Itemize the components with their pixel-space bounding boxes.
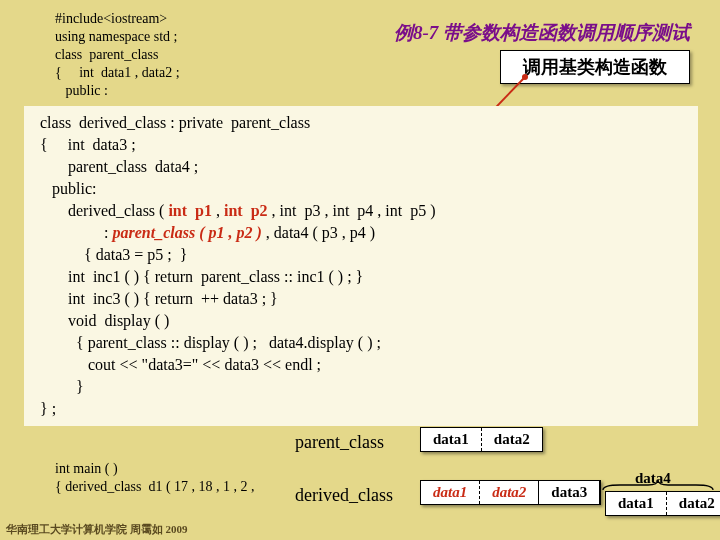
- code-line: class derived_class : private parent_cla…: [40, 112, 682, 134]
- callout-box: 调用基类构造函数: [500, 50, 690, 84]
- code-line: public :: [55, 82, 180, 100]
- cell: data2: [482, 428, 542, 451]
- code-line: { parent_class :: display ( ) ; data4.di…: [40, 332, 682, 354]
- label-data4: data4: [635, 470, 671, 487]
- code-line: { int data3 ;: [40, 134, 682, 156]
- code-line: int inc3 ( ) { return ++ data3 ; }: [40, 288, 682, 310]
- cell: data2: [667, 492, 720, 515]
- top-code-block: #include<iostream> using namespace std ;…: [55, 10, 180, 100]
- code-line: { data3 = p5 ; }: [40, 244, 682, 266]
- slide-title: 例8-7 带参数构造函数调用顺序测试: [394, 20, 690, 46]
- code-line: { derived_class d1 ( 17 , 18 , 1 , 2 ,: [55, 478, 255, 496]
- callout-text: 调用基类构造函数: [523, 57, 667, 77]
- label-parent-class: parent_class: [295, 432, 384, 453]
- memory-table-parent: data1 data2: [420, 427, 543, 452]
- code-line: void display ( ): [40, 310, 682, 332]
- label-derived-class: derived_class: [295, 485, 393, 506]
- code-line: derived_class ( int p1 , int p2 , int p3…: [40, 200, 682, 222]
- code-line: int main ( ): [55, 460, 255, 478]
- memory-table-data4: data1 data2: [605, 491, 720, 516]
- code-line: public:: [40, 178, 682, 200]
- code-panel: class derived_class : private parent_cla…: [24, 106, 698, 426]
- code-line: cout << "data3=" << data3 << endl ;: [40, 354, 682, 376]
- cell: data1: [421, 481, 480, 504]
- cell: data2: [480, 481, 539, 504]
- footer-credit: 华南理工大学计算机学院 周霭如 2009: [6, 522, 188, 537]
- cell: data1: [606, 492, 667, 515]
- code-line: : parent_class ( p1 , p2 ) , data4 ( p3 …: [40, 222, 682, 244]
- highlight-base-call: parent_class ( p1 , p2 ): [112, 224, 265, 241]
- bottom-code-block: int main ( ) { derived_class d1 ( 17 , 1…: [55, 460, 255, 496]
- cell: data3: [539, 481, 600, 504]
- code-line: }: [40, 376, 682, 398]
- code-line: int inc1 ( ) { return parent_class :: in…: [40, 266, 682, 288]
- code-line: using namespace std ;: [55, 28, 180, 46]
- code-line: parent_class data4 ;: [40, 156, 682, 178]
- code-line: #include<iostream>: [55, 10, 180, 28]
- code-line: } ;: [40, 398, 682, 420]
- code-line: { int data1 , data2 ;: [55, 64, 180, 82]
- cell: data1: [421, 428, 482, 451]
- code-line: class parent_class: [55, 46, 180, 64]
- memory-table-derived: data1 data2 data3: [420, 480, 601, 505]
